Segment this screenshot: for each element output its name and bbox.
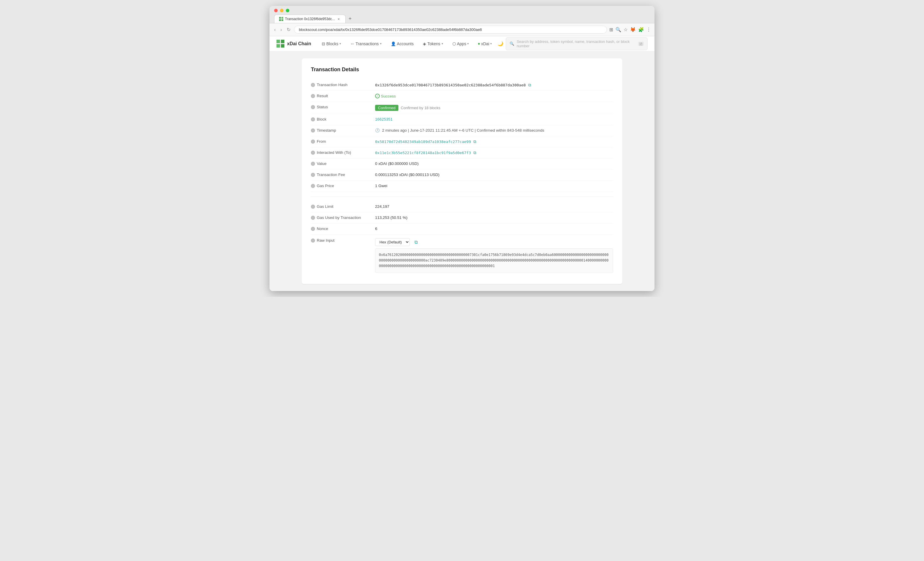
value-info-icon[interactable]: i bbox=[311, 162, 315, 166]
new-tab-button[interactable]: + bbox=[346, 15, 354, 23]
address-bar-row: ‹ › ↻ blockscout.com/poa/xdai/tx/0x1326f… bbox=[270, 23, 654, 36]
nonce-value: 6 bbox=[375, 227, 613, 231]
browser-content: xDai Chain ⊟ Blocks ▾ ↔ Transactions ▾ 👤… bbox=[270, 36, 654, 291]
forward-button[interactable]: › bbox=[279, 27, 283, 33]
raw-input-copy-icon[interactable]: ⧉ bbox=[414, 240, 418, 245]
raw-input-info-icon[interactable]: i bbox=[311, 238, 315, 242]
fee-value: 0.000113253 xDAI ($0.000113 USD) bbox=[375, 173, 613, 177]
gas-used-label: i Gas Used by Transaction bbox=[311, 215, 375, 220]
site-logo[interactable]: xDai Chain bbox=[276, 40, 311, 48]
from-row: i From 0x58170d72d5482349ab189d7a1038eaf… bbox=[311, 136, 613, 147]
nav-tokens[interactable]: ◈ Tokens ▾ bbox=[419, 39, 446, 48]
apps-icon: ⬡ bbox=[452, 41, 456, 46]
hash-copy-icon[interactable]: ⧉ bbox=[528, 83, 531, 87]
site-nav: xDai Chain ⊟ Blocks ▾ ↔ Transactions ▾ 👤… bbox=[270, 36, 654, 51]
apps-label: Apps bbox=[457, 41, 466, 46]
search-icon: 🔍 bbox=[510, 41, 514, 46]
result-label: i Result bbox=[311, 94, 375, 98]
clock-icon: 🕐 bbox=[375, 128, 380, 132]
confirmed-blocks-text: Confirmed by 18 blocks bbox=[401, 106, 440, 110]
confirmed-badge: Confirmed bbox=[375, 105, 398, 111]
logo-icon bbox=[276, 40, 285, 48]
traffic-light-minimize[interactable] bbox=[280, 9, 284, 12]
interacted-copy-icon[interactable]: ⧉ bbox=[473, 150, 476, 155]
fee-row: i Transaction Fee 0.000113253 xDAI ($0.0… bbox=[311, 170, 613, 180]
gas-limit-info-icon[interactable]: i bbox=[311, 205, 315, 209]
star-icon[interactable]: ☆ bbox=[624, 27, 628, 32]
interacted-info-icon[interactable]: i bbox=[311, 150, 315, 155]
tokens-label: Tokens bbox=[427, 41, 440, 46]
gas-price-info-icon[interactable]: i bbox=[311, 184, 315, 188]
xdai-label: xDai bbox=[481, 41, 489, 46]
dark-mode-toggle[interactable]: 🌙 bbox=[498, 41, 503, 47]
gas-limit-label: i Gas Limit bbox=[311, 204, 375, 209]
fee-label: i Transaction Fee bbox=[311, 173, 375, 177]
metamask-icon[interactable]: 🦊 bbox=[630, 27, 636, 32]
browser-toolbar-icons: ⊞ 🔍 ☆ 🦊 🧩 ⋮ bbox=[609, 27, 651, 32]
menu-icon[interactable]: ⋮ bbox=[646, 27, 651, 32]
search-shortcut: [/] bbox=[638, 42, 644, 46]
hash-info-icon[interactable]: i bbox=[311, 83, 315, 87]
status-label: i Status bbox=[311, 105, 375, 109]
nav-transactions[interactable]: ↔ Transactions ▾ bbox=[347, 39, 385, 48]
transactions-icon: ↔ bbox=[350, 41, 354, 46]
tab-bar: Transaction 0x1326f6de953dc... ✕ + bbox=[274, 15, 650, 23]
from-copy-icon[interactable]: ⧉ bbox=[473, 139, 476, 144]
nav-apps[interactable]: ⬡ Apps ▾ bbox=[449, 39, 472, 48]
tokens-icon: ◈ bbox=[423, 41, 426, 46]
block-number-link[interactable]: 16625351 bbox=[375, 117, 393, 122]
nav-blocks[interactable]: ⊟ Blocks ▾ bbox=[318, 39, 345, 48]
blocks-label: Blocks bbox=[326, 41, 338, 46]
success-circle-icon: ✓ bbox=[375, 94, 380, 98]
interacted-row: i Interacted With (To) 0x11e1c3b55e5221c… bbox=[311, 147, 613, 158]
nonce-info-icon[interactable]: i bbox=[311, 227, 315, 231]
transaction-hash-label: i Transaction Hash bbox=[311, 83, 375, 87]
extensions-icon[interactable]: ⊞ bbox=[609, 27, 613, 32]
svg-rect-3 bbox=[282, 19, 283, 21]
refresh-button[interactable]: ↻ bbox=[285, 26, 292, 33]
timestamp-label: i Timestamp bbox=[311, 128, 375, 132]
nav-xdai[interactable]: xDai ▾ bbox=[474, 39, 495, 48]
hex-format-select[interactable]: Hex (Default) bbox=[375, 238, 410, 246]
gas-limit-row: i Gas Limit 224,197 bbox=[311, 202, 613, 212]
result-info-icon[interactable]: i bbox=[311, 94, 315, 98]
search-bar[interactable]: 🔍 Search by address, token symbol, name,… bbox=[506, 38, 648, 50]
result-row: i Result ✓ Success bbox=[311, 91, 613, 102]
block-label: i Block bbox=[311, 117, 375, 122]
traffic-light-close[interactable] bbox=[274, 9, 278, 12]
success-badge: ✓ Success bbox=[375, 94, 396, 98]
timestamp-info-icon[interactable]: i bbox=[311, 128, 315, 132]
traffic-light-maximize[interactable] bbox=[286, 9, 290, 12]
puzzle-icon[interactable]: 🧩 bbox=[638, 27, 644, 32]
result-value: ✓ Success bbox=[375, 94, 613, 98]
fee-info-icon[interactable]: i bbox=[311, 173, 315, 177]
browser-titlebar: Transaction 0x1326f6de953dc... ✕ + bbox=[270, 6, 654, 23]
transactions-label: Transactions bbox=[356, 41, 379, 46]
transaction-hash-row: i Transaction Hash 0x1326f6de953dce01708… bbox=[311, 80, 613, 91]
address-bar[interactable]: blockscout.com/poa/xdai/tx/0x1326f6de953… bbox=[294, 26, 607, 33]
search-icon[interactable]: 🔍 bbox=[615, 27, 621, 32]
active-tab[interactable]: Transaction 0x1326f6de953dc... ✕ bbox=[274, 15, 346, 23]
page-title: Transaction Details bbox=[311, 66, 613, 73]
nav-accounts[interactable]: 👤 Accounts bbox=[387, 39, 417, 48]
interacted-address-link[interactable]: 0x11e1c3b55e5221cf8f28148a1bc91f9a5d0e67… bbox=[375, 150, 471, 155]
browser-window: Transaction 0x1326f6de953dc... ✕ + ‹ › ↻… bbox=[270, 6, 654, 291]
from-info-icon[interactable]: i bbox=[311, 140, 315, 144]
nonce-row: i Nonce 6 bbox=[311, 224, 613, 235]
status-info-icon[interactable]: i bbox=[311, 105, 315, 109]
gas-limit-value: 224,197 bbox=[375, 204, 613, 209]
tab-close-button[interactable]: ✕ bbox=[337, 17, 340, 21]
back-button[interactable]: ‹ bbox=[273, 27, 277, 33]
block-info-icon[interactable]: i bbox=[311, 117, 315, 122]
apps-chevron-icon: ▾ bbox=[467, 42, 469, 45]
timestamp-row: i Timestamp 🕐 2 minutes ago | June-17-20… bbox=[311, 125, 613, 136]
value-value: 0 xDAI ($0.000000 USD) bbox=[375, 161, 613, 166]
from-address-link[interactable]: 0x58170d72d5482349ab189d7a1038eafc277cae… bbox=[375, 140, 471, 144]
gas-used-value: 113,253 (50.51 %) bbox=[375, 215, 613, 220]
search-placeholder: Search by address, token symbol, name, t… bbox=[516, 39, 636, 48]
svg-rect-1 bbox=[282, 17, 283, 19]
gas-used-info-icon[interactable]: i bbox=[311, 216, 315, 220]
block-row: i Block 16625351 bbox=[311, 114, 613, 125]
raw-input-row: i Raw Input Hex (Default) ⧉ 0x6a76120200… bbox=[311, 235, 613, 276]
url-text: blockscout.com/poa/xdai/tx/0x1326f6de953… bbox=[299, 27, 482, 32]
